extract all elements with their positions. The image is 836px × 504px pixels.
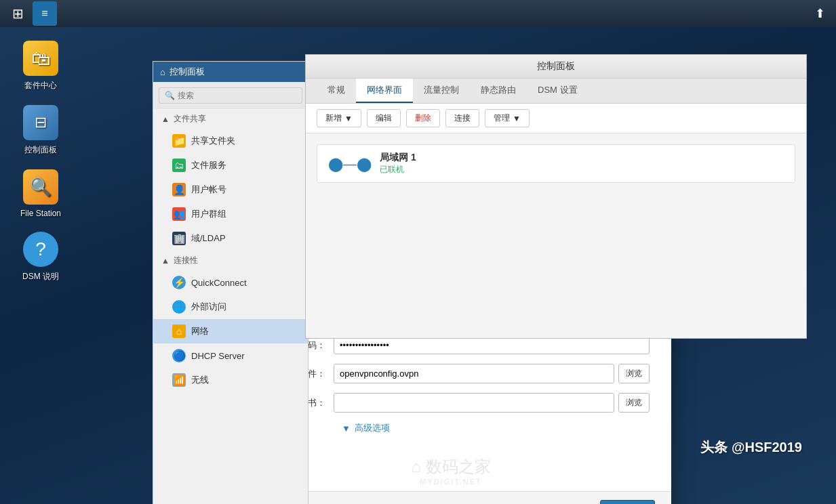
dhcp-icon: 🔵 <box>172 349 186 362</box>
sidebar-item-shared-folder[interactable]: 📁 共享文件夹 <box>153 129 308 153</box>
external-access-icon: 🌐 <box>172 300 186 314</box>
manage-dropdown-icon: ▼ <box>513 114 521 123</box>
domain-ldap-label: 域/LDAP <box>191 232 226 245</box>
desktop-icon-dsm-help[interactable]: ? DSM 说明 <box>14 232 68 282</box>
shared-folder-label: 共享文件夹 <box>191 135 235 147</box>
cp-content: ⬤—⬤ 局域网 1 已联机 <box>306 133 806 194</box>
upload-button[interactable]: ⬆ <box>815 6 825 21</box>
sidebar-title: 控制面板 <box>170 66 205 78</box>
control-panel-label: 控制面板 <box>24 144 57 156</box>
tab-network-interface[interactable]: 网络界面 <box>356 79 413 103</box>
taskbar-main-menu[interactable]: ⊞ <box>5 1 30 26</box>
user-group-icon: 👥 <box>172 207 186 221</box>
delete-button[interactable]: 删除 <box>406 109 440 127</box>
dsm-help-label: DSM 说明 <box>22 271 59 282</box>
grid-icon: ⊞ <box>12 5 24 22</box>
delete-label: 删除 <box>415 112 431 124</box>
connect-label: 连接 <box>454 112 471 124</box>
sidebar-item-external-access[interactable]: 🌐 外部访问 <box>153 295 308 319</box>
tab-dsm-settings[interactable]: DSM 设置 <box>527 79 589 103</box>
wireless-label: 无线 <box>191 374 209 386</box>
control-panel-window: 控制面板 常规 网络界面 流量控制 静态路由 DSM 设置 新增 ▼ <box>305 54 807 339</box>
next-button[interactable]: 下一步 <box>600 500 655 504</box>
new-button[interactable]: 新增 ▼ <box>317 109 361 127</box>
sidebar-item-quickconnect[interactable]: ⚡ QuickConnect <box>153 270 308 295</box>
sidebar-item-network[interactable]: ⌂ 网络 <box>153 319 308 343</box>
dropdown-icon: ▼ <box>344 114 353 123</box>
edit-label: 编辑 <box>376 112 392 124</box>
package-center-icon: 🛍 <box>23 41 58 76</box>
ca-cert-input[interactable] <box>334 393 614 413</box>
domain-ldap-icon: 🏢 <box>172 232 186 245</box>
file-sharing-label: 文件共享 <box>174 113 206 125</box>
sidebar-section-file-sharing[interactable]: ▲ 文件共享 <box>153 109 308 129</box>
tab-static-route[interactable]: 静态路由 <box>470 79 527 103</box>
desktop-icon-package-center[interactable]: 🛍 套件中心 <box>14 41 68 91</box>
search-box[interactable]: 🔍 <box>159 87 302 104</box>
desktop-icon-file-station[interactable]: 🔍 File Station <box>14 169 68 218</box>
edit-button[interactable]: 编辑 <box>367 109 401 127</box>
file-service-icon: 🗂 <box>172 159 186 172</box>
connectivity-label: 连接性 <box>174 255 198 266</box>
home-icon: ⌂ <box>160 67 165 77</box>
wireless-icon: 📶 <box>172 373 186 387</box>
manage-label: 管理 <box>494 112 510 124</box>
quickconnect-label: QuickConnect <box>191 278 247 288</box>
tab-normal[interactable]: 常规 <box>317 79 356 103</box>
tab-traffic-control[interactable]: 流量控制 <box>413 79 470 103</box>
control-panel-taskbar-icon: ≡ <box>33 1 57 26</box>
taskbar: ⊞ ≡ ⬆ <box>0 0 836 27</box>
network-item-icon: ⬤—⬤ <box>328 156 372 172</box>
shared-folder-icon: 📁 <box>172 134 186 148</box>
desktop-icon-control-panel[interactable]: ⊟ 控制面板 <box>14 105 68 156</box>
sidebar-item-file-service[interactable]: 🗂 文件服务 <box>153 153 308 177</box>
package-center-label: 套件中心 <box>24 80 57 91</box>
file-service-label: 文件服务 <box>191 159 226 171</box>
sidebar-item-domain-ldap[interactable]: 🏢 域/LDAP <box>153 226 308 251</box>
form-row-password: 密码： <box>252 336 650 354</box>
password-input[interactable] <box>334 336 650 354</box>
sidebar-panel: ⌂ 控制面板 🔍 ▲ 文件共享 📁 共享文件夹 🗂 文件服务 <box>153 61 308 504</box>
network-label: 网络 <box>191 325 209 337</box>
import-ovpn-browse-button[interactable]: 浏览 <box>618 364 650 383</box>
advanced-options-toggle[interactable]: ▼ 高级选项 <box>342 422 650 434</box>
form-row-ca-cert: CA 证书： 浏览 <box>252 393 650 413</box>
chevron-icon: ▼ <box>342 423 351 434</box>
quickconnect-icon: ⚡ <box>172 276 186 289</box>
sidebar-section-connectivity[interactable]: ▲ 连接性 <box>153 251 308 270</box>
file-station-label: File Station <box>20 209 61 218</box>
branding-text: 头条 @HSF2019 <box>700 438 802 457</box>
form-row-import-ovpn: 导入 .ovpn 文件： 浏览 <box>252 364 650 383</box>
sidebar-item-user-group[interactable]: 👥 用户群组 <box>153 202 308 226</box>
external-access-label: 外部访问 <box>191 301 226 313</box>
ca-cert-field: 浏览 <box>334 393 650 413</box>
desktop: 🛍 套件中心 ⊟ 控制面板 🔍 File Station ? DSM 说明 <box>0 27 836 504</box>
user-account-label: 用户帐号 <box>191 184 226 196</box>
network-icon: ⌂ <box>172 324 186 338</box>
user-group-label: 用户群组 <box>191 208 226 220</box>
advanced-options-label: 高级选项 <box>355 422 390 434</box>
network-list-item[interactable]: ⬤—⬤ 局域网 1 已联机 <box>317 144 795 183</box>
dhcp-label: DHCP Server <box>191 351 245 361</box>
import-ovpn-input[interactable] <box>334 364 614 383</box>
chevron-down-icon: ▲ <box>161 114 170 124</box>
sidebar-item-user-account[interactable]: 👤 用户帐号 <box>153 177 308 202</box>
search-icon: 🔍 <box>165 91 175 100</box>
sidebar-item-dhcp[interactable]: 🔵 DHCP Server <box>153 343 308 368</box>
control-panel-icon: ⊟ <box>23 105 58 140</box>
taskbar-control-panel[interactable]: ≡ <box>33 1 57 26</box>
sidebar-item-wireless[interactable]: 📶 无线 <box>153 368 308 392</box>
cp-window-title: 控制面板 <box>306 55 806 79</box>
sidebar-header: ⌂ 控制面板 <box>153 62 308 82</box>
user-account-icon: 👤 <box>172 183 186 196</box>
new-label: 新增 <box>325 112 342 124</box>
dsm-help-icon: ? <box>23 232 58 267</box>
connect-button[interactable]: 连接 <box>445 109 479 127</box>
search-input[interactable] <box>178 91 296 100</box>
network-item-status: 已联机 <box>380 164 416 175</box>
manage-button[interactable]: 管理 ▼ <box>485 109 530 127</box>
file-station-icon: 🔍 <box>23 169 58 205</box>
desktop-icon-list: 🛍 套件中心 ⊟ 控制面板 🔍 File Station ? DSM 说明 <box>14 41 68 282</box>
ca-cert-browse-button[interactable]: 浏览 <box>618 393 650 413</box>
network-item-name: 局域网 1 <box>380 152 416 164</box>
